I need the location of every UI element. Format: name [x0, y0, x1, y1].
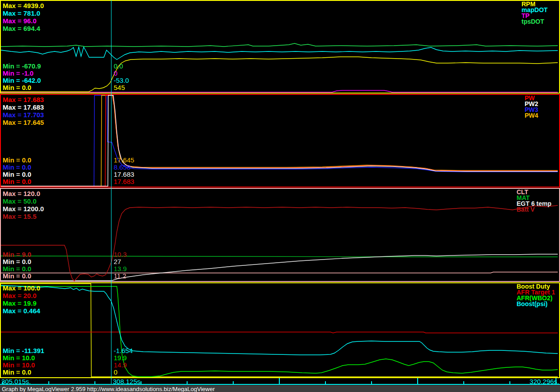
time-axis-tick: [48, 381, 49, 384]
min-label: Min = 0.0: [3, 265, 31, 273]
panel-boost: Max = 100.0Max = 20.0Max = 19.9Max = 0.4…: [0, 282, 560, 378]
time-axis-end-label: 320.296s.: [530, 378, 559, 385]
cursor-value: 13.9: [114, 265, 127, 273]
max-label: Max = 17.645: [3, 119, 44, 126]
panel-pw: Max = 17.683Max = 17.683Max = 17.703Max …: [0, 94, 560, 187]
min-label: Min = 0.0: [3, 164, 31, 171]
min-label: Min = 0.0: [3, 273, 31, 280]
max-label: Max = 50.0: [3, 197, 44, 205]
panel-rpm: Max = 4939.0Max = 781.0Max = 96.0Max = 6…: [0, 0, 560, 94]
time-axis-tick: [371, 381, 372, 384]
cursor-line[interactable]: [111, 0, 111, 385]
cursor-value: 10.3: [114, 251, 127, 258]
megalogviewer-window: Max = 4939.0Max = 781.0Max = 96.0Max = 6…: [0, 0, 560, 392]
max-label: Max = 15.5: [3, 213, 44, 220]
time-axis-cursor-label: 308.125s: [113, 378, 141, 385]
min-label: Min = -1.0: [3, 70, 41, 77]
legend-item: Boost(psi): [517, 301, 555, 307]
max-label: Max = 120.0: [3, 190, 44, 197]
status-bar: Graph by MegaLogViewer 2.959 http://www.…: [0, 385, 560, 392]
max-label: Max = 694.4: [3, 25, 44, 32]
max-label: Max = 17.703: [3, 111, 44, 119]
cursor-value: 0.0: [114, 63, 129, 70]
time-axis-tick: [509, 381, 510, 384]
legend-block: Boost DutyAFR Target 1AFR(WBO2)Boost(psi…: [517, 284, 555, 307]
max-label: Max = 19.9: [3, 299, 40, 307]
min-labels-block: Min = 0.0Min = 0.0Min = 0.0Min = 0.0: [3, 157, 31, 185]
cursor-value: 17.683: [114, 178, 134, 185]
cursor-value: 14.9: [114, 362, 133, 369]
min-label: Min = 10.0: [3, 362, 44, 369]
min-labels-block: Min = 9.0Min = 0.0Min = 0.0Min = 0.0: [3, 251, 31, 280]
legend-block: CLTMATEGT 6 tempBatt V: [517, 189, 551, 213]
min-label: Min = 0.0: [3, 84, 41, 91]
cursor-value: 17.683: [114, 171, 134, 178]
min-label: Min = 0.0: [3, 171, 31, 178]
legend-block: RPMmapDOTTPtpsDOT: [522, 1, 547, 25]
cursor-values-block: 17.6458.65817.68317.683: [114, 157, 134, 185]
max-labels-block: Max = 120.0Max = 50.0Max = 1200.0Max = 1…: [3, 190, 44, 220]
time-axis-baseline: [0, 384, 560, 385]
max-label: Max = 4939.0: [3, 2, 44, 9]
cursor-values-block: -1.65419.914.90: [114, 347, 133, 376]
legend-item: Batt V: [517, 207, 551, 213]
max-label: Max = 1200.0: [3, 205, 44, 213]
legend-item: tpsDOT: [522, 19, 547, 25]
cursor-value: 0: [114, 369, 133, 376]
cursor-value: 19.9: [114, 354, 133, 362]
time-axis-tick: [279, 378, 280, 384]
max-label: Max = 20.0: [3, 292, 40, 299]
time-axis-tick: [325, 381, 326, 384]
max-label: Max = 781.0: [3, 9, 44, 17]
min-label: Min = 10.0: [3, 354, 44, 362]
cursor-value: 8.658: [114, 164, 134, 171]
cursor-value: 0: [114, 70, 129, 77]
cursor-value: 11.2: [114, 273, 127, 280]
cursor-value: -1.654: [114, 347, 133, 354]
time-axis-tick: [94, 381, 95, 384]
max-label: Max = 100.0: [3, 284, 40, 292]
min-label: Min = -11.391: [3, 347, 44, 354]
time-axis-tick: [417, 378, 418, 384]
time-axis-tick: [187, 381, 188, 384]
time-axis-tick: [463, 381, 464, 384]
cursor-value: 17.645: [114, 157, 134, 164]
min-label: Min = -670.9: [3, 63, 41, 70]
max-label: Max = 17.683: [3, 103, 44, 111]
max-labels-block: Max = 100.0Max = 20.0Max = 19.9Max = 0.4…: [3, 284, 40, 315]
min-label: Min = 0.0: [3, 178, 31, 185]
legend-block: PWPW2PW3PW4: [525, 95, 538, 119]
min-labels-block: Min = -670.9Min = -1.0Min = -642.0Min = …: [3, 63, 41, 91]
min-label: Min = 0.0: [3, 258, 31, 265]
panel-temps: Max = 120.0Max = 50.0Max = 1200.0Max = 1…: [0, 188, 560, 282]
max-label: Max = 96.0: [3, 17, 44, 25]
cursor-value: -53.0: [114, 77, 129, 84]
cursor-values-block: 0.00-53.0545: [114, 63, 129, 91]
cursor-values-block: 10.32713.911.2: [114, 251, 127, 280]
max-label: Max = 0.464: [3, 307, 40, 315]
time-axis-tick: [233, 381, 234, 384]
cursor-value: 545: [114, 84, 129, 91]
max-labels-block: Max = 4939.0Max = 781.0Max = 96.0Max = 6…: [3, 2, 44, 32]
status-bar-text: Graph by MegaLogViewer 2.959 http://www.…: [2, 386, 215, 392]
min-labels-block: Min = -11.391Min = 10.0Min = 10.0Min = 0…: [3, 347, 44, 376]
max-labels-block: Max = 17.683Max = 17.683Max = 17.703Max …: [3, 96, 44, 126]
time-axis-start-label: 305.015s.: [1, 378, 31, 385]
legend-item: PW4: [525, 113, 538, 119]
min-label: Min = 9.0: [3, 251, 31, 258]
time-axis-tick: [141, 381, 141, 384]
min-label: Min = 0.0: [3, 369, 44, 376]
max-label: Max = 17.683: [3, 96, 44, 103]
min-label: Min = 0.0: [3, 157, 31, 164]
cursor-value: 27: [114, 258, 127, 265]
min-label: Min = -642.0: [3, 77, 41, 84]
